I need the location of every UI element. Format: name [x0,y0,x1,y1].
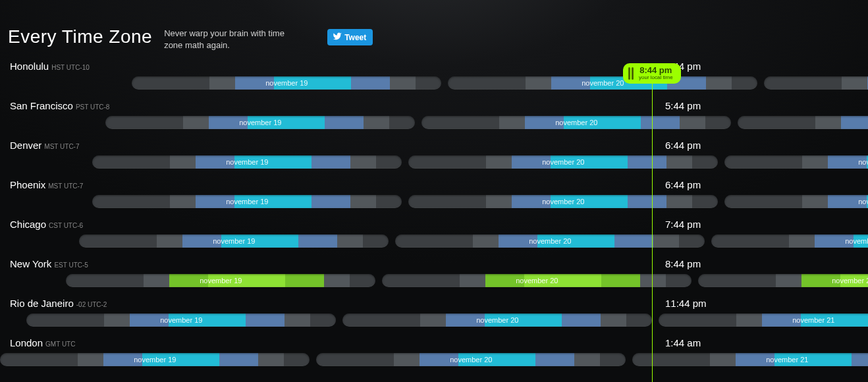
city-name: Phoenix [10,179,45,190]
day-bar: november 20 [342,314,652,327]
day-label: november 19 [66,274,375,287]
city-name: Honolulu [10,61,49,72]
city-label: New YorkEST UTC-5 [10,258,88,269]
time-track[interactable]: november 19november 20november 21 [0,314,868,327]
city-label: DenverMST UTC-7 [10,140,80,151]
day-label: november 19 [0,353,310,366]
day-bar: november 19 [92,155,402,169]
city-name: London [10,337,43,348]
local-time: 11:44 pm [665,298,707,309]
day-bar: november 19 [79,234,389,248]
day-label: november 19 [92,195,402,208]
now-time: 8:44 pm [639,66,672,74]
day-label: november 20 [342,314,652,327]
city-label: LondonGMT UTC [10,337,75,348]
day-bar: november 20 [421,116,731,129]
day-label: november 20 [408,195,718,208]
timezone-row: PhoenixMST UTC-76:44 pmnovember 19novemb… [0,177,868,216]
day-label: november 19 [79,234,389,248]
tweet-button-label: Tweet [344,33,366,42]
day-bar: november 21 [711,234,868,248]
day-bar: november 19 [26,314,336,327]
day-bar: november 19 [132,76,441,90]
city-name: New York [10,258,51,269]
day-bar: november 21 [698,274,868,287]
local-time: 5:44 pm [665,100,701,111]
day-bar: november 20 [395,234,705,248]
day-bar: november 20 [448,76,757,90]
day-bar: november 21 [724,155,868,169]
city-name: Rio de Janeiro [10,298,74,309]
time-track[interactable]: november 19november 20november 21 [0,155,868,169]
day-label: november 21 [724,195,868,208]
timezone-row: New YorkEST UTC-58:44 pmnovember 19novem… [0,256,868,295]
day-bar: november 19 [105,116,415,129]
day-label: november 20 [408,155,718,169]
tweet-button[interactable]: Tweet [327,29,373,45]
city-label: PhoenixMST UTC-7 [10,179,83,190]
day-bar: november 19 [0,353,310,366]
tagline: Never warp your brain with time zone mat… [164,26,289,51]
day-bar: november 20 [382,274,692,287]
day-bar: november 21 [764,76,868,90]
day-label: november 21 [632,353,868,366]
tz-code: HST UTC-10 [51,64,90,71]
drag-handle-icon [628,67,635,80]
local-time: 7:44 pm [665,219,701,230]
timezone-row: LondonGMT UTC1:44 amnovember 19november … [0,335,868,374]
local-time: 6:44 pm [665,140,701,151]
local-time: 1:44 am [665,337,701,348]
day-bar: november 21 [724,195,868,208]
day-label: november 19 [26,314,336,327]
timezone-row: HonoluluHST UTC-103:44 pmnovember 19nove… [0,58,868,97]
page-title: Every Time Zone [8,26,152,47]
time-track[interactable]: november 19november 20november 21 [0,195,868,208]
tz-code: GMT UTC [45,341,75,348]
day-bar: november 19 [92,195,402,208]
tz-code: MST UTC-7 [44,143,79,150]
time-track[interactable]: november 19november 20november 21 [0,76,868,90]
day-bar: november 20 [408,195,718,208]
local-time: 6:44 pm [665,179,701,190]
tz-code: -02 UTC-2 [76,301,107,308]
city-name: Chicago [10,219,46,230]
tz-code: PST UTC-8 [76,103,110,111]
time-track[interactable]: november 19november 20november 21 [0,116,868,129]
timezone-row: DenverMST UTC-76:44 pmnovember 19novembe… [0,137,868,177]
day-label: november 20 [421,116,731,129]
day-bar: november 20 [408,155,718,169]
tz-code: EST UTC-5 [54,261,88,269]
time-track[interactable]: november 19november 20november 21 [0,234,868,248]
city-name: San Francisco [10,100,73,111]
day-label: november 19 [132,76,441,90]
day-label: november 20 [316,353,626,366]
now-time-handle[interactable]: 8:44 pm your local time [623,63,681,84]
tz-code: MST UTC-7 [48,182,83,190]
day-label: november 19 [105,116,415,129]
day-label: november 21 [724,155,868,169]
time-track[interactable]: november 19november 20november 21 [0,274,868,287]
city-label: HonoluluHST UTC-10 [10,61,90,72]
city-label: ChicagoCST UTC-6 [10,219,83,230]
day-label: november 21 [711,234,868,248]
timezone-row: ChicagoCST UTC-67:44 pmnovember 19novemb… [0,216,868,256]
city-name: Denver [10,140,41,151]
day-label: november 20 [448,76,757,90]
timezone-row: Rio de Janeiro-02 UTC-211:44 pmnovember … [0,295,868,335]
day-label: november 21 [764,76,868,90]
day-label: november 20 [382,274,692,287]
timezone-row: San FranciscoPST UTC-85:44 pmnovember 19… [0,97,868,137]
time-track[interactable]: november 19november 20november 21 [0,353,868,366]
day-bar: november 19 [66,274,375,287]
now-line [652,63,653,382]
timezone-rows: HonoluluHST UTC-103:44 pmnovember 19nove… [0,58,868,374]
day-bar: november 20 [316,353,626,366]
day-label: november 21 [659,314,868,327]
day-label: november 21 [738,116,868,129]
day-bar: november 21 [738,116,868,129]
day-bar: november 21 [659,314,868,327]
day-label: november 19 [92,155,402,169]
local-time: 8:44 pm [665,258,701,269]
day-bar: november 21 [632,353,868,366]
now-sub: your local time [639,74,673,81]
